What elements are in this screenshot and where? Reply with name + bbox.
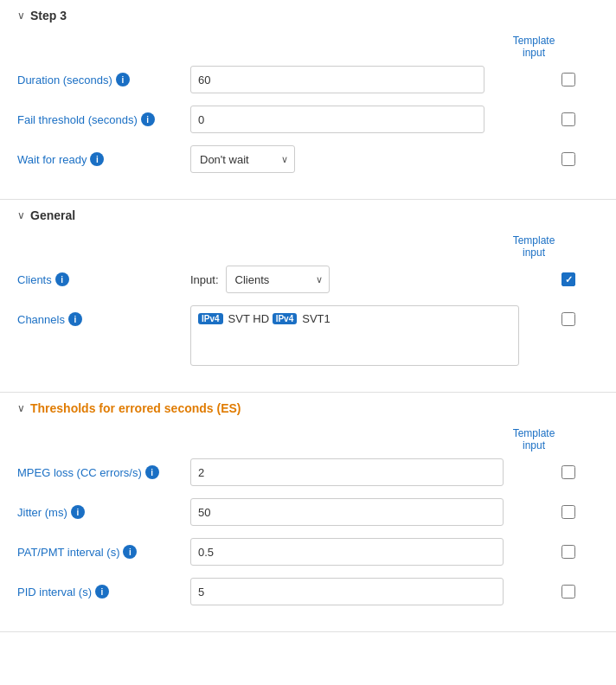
channels-checkbox[interactable] xyxy=(561,312,575,326)
mpeg-loss-row: MPEG loss (CC errors/s) i xyxy=(17,458,599,486)
step3-title: Step 3 xyxy=(30,9,67,22)
clients-input-wrapper: Input: Clients ∨ xyxy=(190,266,484,293)
wait-for-ready-info-icon[interactable]: i xyxy=(90,152,104,166)
pid-interval-input[interactable] xyxy=(190,578,504,605)
mpeg-loss-info-icon[interactable]: i xyxy=(145,465,159,479)
jitter-label-text: Jitter (ms) xyxy=(17,506,67,519)
clients-dropdown-wrapper: Clients ∨ xyxy=(226,266,330,293)
channel-svthd-badge: IPv4 xyxy=(198,313,223,324)
mpeg-loss-checkbox[interactable] xyxy=(561,465,575,479)
channel-svthd-name: SVT HD xyxy=(228,312,269,325)
duration-input[interactable] xyxy=(190,66,484,93)
channels-box[interactable]: IPv4 SVT HD IPv4 SVT1 xyxy=(190,305,519,366)
wait-for-ready-row: Wait for ready i Don't wait Wait for rea… xyxy=(17,145,599,173)
wait-for-ready-label-text: Wait for ready xyxy=(17,153,87,166)
clients-info-icon[interactable]: i xyxy=(55,272,69,286)
pat-pmt-row: PAT/PMT interval (s) i xyxy=(17,538,599,566)
pat-pmt-input[interactable] xyxy=(190,538,504,566)
duration-input-wrapper xyxy=(190,66,484,93)
clients-dropdown[interactable]: Clients xyxy=(226,266,330,293)
channel-svt1-name: SVT1 xyxy=(302,312,330,325)
mpeg-loss-label-text: MPEG loss (CC errors/s) xyxy=(17,466,142,479)
duration-checkbox-cell xyxy=(538,73,599,86)
clients-checkbox-cell xyxy=(538,272,599,286)
mpeg-loss-input[interactable] xyxy=(190,458,504,486)
wait-for-ready-label: Wait for ready i xyxy=(17,152,190,166)
page-wrapper: ∨ Step 3 Template input Duration (second… xyxy=(0,0,616,632)
channels-label-text: Channels xyxy=(17,313,65,326)
mpeg-loss-checkbox-cell xyxy=(538,465,599,479)
fail-threshold-info-icon[interactable]: i xyxy=(141,112,155,126)
wait-for-ready-dropdown[interactable]: Don't wait Wait for ready xyxy=(190,145,295,173)
pat-pmt-checkbox-cell xyxy=(538,545,599,559)
fail-threshold-checkbox[interactable] xyxy=(561,112,575,126)
duration-label-text: Duration (seconds) xyxy=(17,74,112,86)
clients-checkbox[interactable] xyxy=(561,272,575,286)
jitter-checkbox[interactable] xyxy=(561,505,575,519)
channels-label: Channels i xyxy=(17,305,190,326)
wait-for-ready-checkbox[interactable] xyxy=(561,152,575,166)
general-section: ∨ General Template input Clients i Input… xyxy=(0,200,616,393)
thresholds-header[interactable]: ∨ Thresholds for errored seconds (ES) xyxy=(17,401,599,415)
channel-item-svthd: IPv4 SVT HD xyxy=(198,312,269,325)
fail-threshold-checkbox-cell xyxy=(538,112,599,126)
channels-row: Channels i IPv4 SVT HD IPv4 SVT1 xyxy=(17,305,599,366)
thresholds-title: Thresholds for errored seconds (ES) xyxy=(30,401,241,415)
general-header[interactable]: ∨ General xyxy=(17,208,599,222)
jitter-row: Jitter (ms) i xyxy=(17,498,599,526)
clients-label-text: Clients xyxy=(17,273,52,286)
step3-template-label: Template input xyxy=(504,35,564,59)
jitter-info-icon[interactable]: i xyxy=(71,505,85,519)
pat-pmt-checkbox[interactable] xyxy=(561,545,575,559)
thresholds-section: ∨ Thresholds for errored seconds (ES) Te… xyxy=(0,393,616,632)
pid-interval-info-icon[interactable]: i xyxy=(95,585,109,599)
pat-pmt-label: PAT/PMT interval (s) i xyxy=(17,545,190,559)
pid-interval-input-wrapper xyxy=(190,578,504,605)
general-template-header: Template input xyxy=(17,234,599,259)
thresholds-template-label: Template input xyxy=(504,427,564,451)
thresholds-chevron: ∨ xyxy=(17,402,25,414)
clients-dropdown-area: Input: Clients ∨ xyxy=(190,266,484,293)
pat-pmt-input-wrapper xyxy=(190,538,504,566)
channels-checkbox-cell xyxy=(538,312,599,326)
fail-threshold-input-wrapper xyxy=(190,106,484,133)
pat-pmt-label-text: PAT/PMT interval (s) xyxy=(17,546,119,559)
wait-for-ready-input-wrapper: Don't wait Wait for ready ∨ xyxy=(190,145,484,173)
clients-input-prefix: Input: xyxy=(190,273,219,286)
step3-section: ∨ Step 3 Template input Duration (second… xyxy=(0,0,616,200)
jitter-label: Jitter (ms) i xyxy=(17,505,190,519)
thresholds-template-header: Template input xyxy=(17,427,599,451)
general-title: General xyxy=(30,208,75,222)
step3-chevron: ∨ xyxy=(17,10,25,22)
general-template-label: Template input xyxy=(504,234,564,259)
channel-svt1-badge: IPv4 xyxy=(273,313,298,324)
duration-info-icon[interactable]: i xyxy=(116,73,130,86)
step3-template-header: Template input xyxy=(17,35,599,59)
clients-label: Clients i xyxy=(17,272,190,286)
jitter-input-wrapper xyxy=(190,498,504,526)
channel-item-svt1: IPv4 SVT1 xyxy=(273,312,330,325)
pat-pmt-info-icon[interactable]: i xyxy=(123,545,137,559)
pid-interval-checkbox-cell xyxy=(538,585,599,599)
pid-interval-checkbox[interactable] xyxy=(561,585,575,599)
jitter-input[interactable] xyxy=(190,498,504,526)
fail-threshold-label: Fail threshold (seconds) i xyxy=(17,112,190,126)
fail-threshold-input[interactable] xyxy=(190,106,484,133)
channels-info-icon[interactable]: i xyxy=(68,312,82,326)
jitter-checkbox-cell xyxy=(538,505,599,519)
step3-header[interactable]: ∨ Step 3 xyxy=(17,9,599,22)
pid-interval-row: PID interval (s) i xyxy=(17,578,599,605)
general-chevron: ∨ xyxy=(17,209,25,221)
clients-row: Clients i Input: Clients ∨ xyxy=(17,266,599,293)
mpeg-loss-input-wrapper xyxy=(190,458,504,486)
duration-label: Duration (seconds) i xyxy=(17,73,190,86)
wait-for-ready-checkbox-cell xyxy=(538,152,599,166)
wait-for-ready-dropdown-wrapper: Don't wait Wait for ready ∨ xyxy=(190,145,295,173)
fail-threshold-label-text: Fail threshold (seconds) xyxy=(17,113,138,126)
fail-threshold-row: Fail threshold (seconds) i xyxy=(17,106,599,133)
mpeg-loss-label: MPEG loss (CC errors/s) i xyxy=(17,465,190,479)
pid-interval-label: PID interval (s) i xyxy=(17,585,190,599)
pid-interval-label-text: PID interval (s) xyxy=(17,586,92,599)
duration-checkbox[interactable] xyxy=(561,73,575,86)
duration-row: Duration (seconds) i xyxy=(17,66,599,93)
